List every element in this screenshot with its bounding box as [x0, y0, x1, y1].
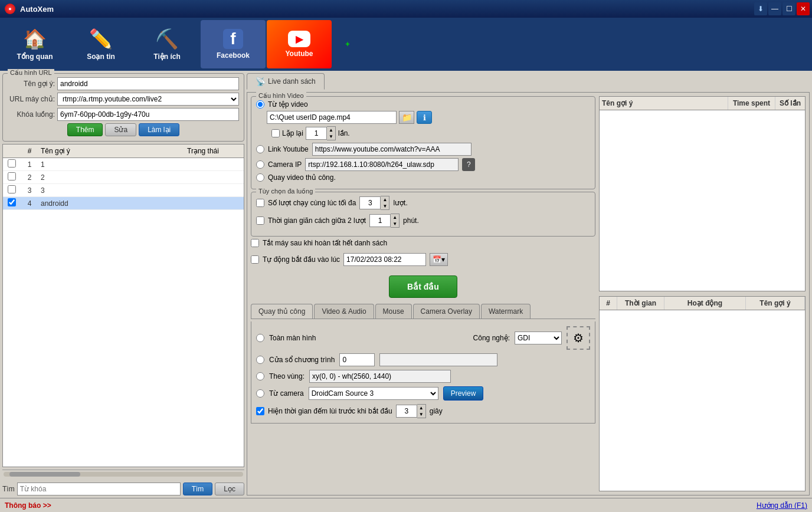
radio-camera-src[interactable]	[256, 389, 264, 398]
camera-help-button[interactable]: ?	[462, 158, 475, 171]
name-input[interactable]	[57, 77, 239, 90]
radio-region[interactable]	[256, 372, 264, 380]
loop-down[interactable]: ▼	[327, 133, 335, 140]
live-tab[interactable]: 📡 Live danh sách	[247, 73, 325, 90]
max-label[interactable]: Số lượt chạy cùng lúc tối đa	[268, 199, 356, 207]
row2-check[interactable]	[8, 172, 16, 180]
capture-icon-box[interactable]: ⚙	[567, 326, 590, 350]
radio-window[interactable]	[256, 356, 264, 364]
tab-video-audio[interactable]: Video & Audio	[314, 304, 374, 319]
toolbar-compose-btn[interactable]: ✏️ Soạn tin	[68, 20, 133, 68]
col-check	[3, 145, 21, 157]
edit-button[interactable]: Sửa	[105, 123, 136, 136]
win-min-btn[interactable]: —	[768, 2, 781, 15]
url-select[interactable]: rtmp://a.rtmp.youtube.com/live2	[57, 93, 239, 106]
start-button[interactable]: Bắt đầu	[389, 275, 457, 298]
hscroll-thumb[interactable]	[9, 472, 80, 477]
loop-up[interactable]: ▲	[327, 127, 335, 133]
radio-manual[interactable]	[256, 173, 264, 182]
autostart-label[interactable]: Tự động bắt đầu vào lúc	[263, 255, 340, 264]
table-row[interactable]: 1 1	[3, 158, 244, 171]
countdown-down[interactable]: ▼	[417, 411, 425, 418]
radio-youtube-label[interactable]: Link Youtube	[268, 145, 309, 153]
max-down[interactable]: ▼	[381, 203, 389, 209]
tab-manual-record[interactable]: Quay thủ công	[251, 304, 313, 319]
shutdown-check[interactable]	[251, 239, 259, 247]
file-input[interactable]	[267, 111, 397, 124]
toolbar-home-label: Tổng quan	[17, 52, 53, 61]
datetime-input[interactable]	[343, 253, 426, 266]
row1-check[interactable]	[8, 159, 16, 168]
radio-fullscreen[interactable]	[256, 334, 264, 342]
preview-button[interactable]: Preview	[443, 386, 484, 401]
camera-url-input[interactable]	[305, 158, 459, 171]
loop-suffix: lần.	[338, 129, 350, 137]
window-input[interactable]	[339, 353, 375, 366]
radio-camera[interactable]	[256, 160, 264, 169]
region-label[interactable]: Theo vùng:	[269, 372, 304, 380]
search-input[interactable]	[17, 483, 181, 495]
filter-button[interactable]: Lọc	[215, 483, 244, 495]
youtube-url-input[interactable]	[312, 143, 472, 156]
row3-check[interactable]	[8, 185, 16, 193]
calendar-button[interactable]: 📅▾	[430, 253, 448, 266]
radio-camera-label[interactable]: Camera IP	[268, 160, 302, 169]
win-close-btn[interactable]: ✕	[797, 2, 810, 15]
hscroll-bar[interactable]	[2, 470, 244, 478]
tab-watermark[interactable]: Watermark	[481, 304, 531, 319]
table-row[interactable]: 4 androidd	[3, 197, 244, 210]
table-row[interactable]: 3 3	[3, 184, 244, 197]
notification-text[interactable]: Thông báo >>	[5, 501, 51, 510]
toolbar-facebook-btn[interactable]: f Facebook	[201, 20, 266, 68]
camera-src-label[interactable]: Từ camera	[269, 389, 304, 398]
autostart-check[interactable]	[251, 255, 259, 264]
search-button[interactable]: Tìm	[183, 483, 213, 495]
countdown-label[interactable]: Hiện thời gian đếm lùi trước khi bắt đầu	[268, 407, 392, 415]
loop-check[interactable]	[271, 129, 280, 137]
fullscreen-label[interactable]: Toàn màn hình	[269, 334, 316, 342]
max-value[interactable]	[359, 196, 381, 209]
loop-count[interactable]	[306, 127, 327, 140]
countdown-input[interactable]	[396, 405, 417, 418]
key-input[interactable]	[57, 108, 239, 121]
info-button[interactable]: ℹ	[417, 111, 432, 124]
max-check[interactable]	[256, 199, 264, 207]
win-down-btn[interactable]: ⬇	[754, 2, 767, 15]
shutdown-label[interactable]: Tắt máy sau khi hoàn tất hết danh sách	[263, 239, 387, 247]
tab-camera-overlay[interactable]: Camera Overlay	[413, 304, 480, 319]
toolbar-add-btn[interactable]: +	[333, 20, 362, 68]
add-button[interactable]: Thêm	[67, 123, 103, 136]
browse-button[interactable]: 📁	[399, 111, 414, 124]
reset-button[interactable]: Làm lại	[139, 123, 179, 136]
toolbar-tools-btn[interactable]: ⛏️ Tiện ích	[135, 20, 199, 68]
max-up[interactable]: ▲	[381, 196, 389, 203]
config-url-group: Cấu hình URL Tên gợi ý: URL máy chủ: rtm…	[2, 73, 244, 142]
technology-select[interactable]: GDI	[515, 332, 562, 344]
interval-label[interactable]: Thời gian giãn cách giữa 2 lượt	[268, 216, 366, 225]
region-input[interactable]	[309, 370, 451, 383]
toolbar-youtube-btn[interactable]: ▶ Youtube	[267, 20, 332, 68]
win-max-btn[interactable]: ☐	[782, 2, 795, 15]
tab-content: Cấu hình Video Từ tệp video 📁 ℹ	[247, 92, 810, 495]
window-input-wide[interactable]	[379, 353, 497, 366]
countdown-check[interactable]	[256, 407, 264, 415]
radio-file-label[interactable]: Từ tệp video	[268, 100, 308, 109]
interval-value[interactable]	[369, 214, 391, 227]
toolbar-home-btn[interactable]: 🏠 Tổng quan	[2, 20, 67, 68]
camera-src-select[interactable]: DroidCam Source 3	[309, 387, 438, 400]
table-row[interactable]: 2 2	[3, 171, 244, 184]
interval-check[interactable]	[256, 216, 264, 225]
loop-label[interactable]: Lặp lại	[282, 129, 303, 137]
window-label[interactable]: Cửa sổ chương trình	[269, 356, 335, 364]
tab-mouse[interactable]: Mouse	[375, 304, 412, 319]
max-suffix: lượt.	[393, 199, 407, 207]
interval-up[interactable]: ▲	[391, 214, 399, 221]
help-link[interactable]: Hướng dẫn (F1)	[757, 501, 807, 510]
row4-check[interactable]	[8, 198, 16, 206]
radio-youtube[interactable]	[256, 145, 264, 153]
radio-file[interactable]	[256, 100, 264, 109]
interval-down[interactable]: ▼	[391, 221, 399, 227]
hscroll-track[interactable]	[4, 472, 243, 477]
countdown-up[interactable]: ▲	[417, 405, 425, 411]
radio-manual-label[interactable]: Quay video thủ công.	[268, 173, 336, 182]
